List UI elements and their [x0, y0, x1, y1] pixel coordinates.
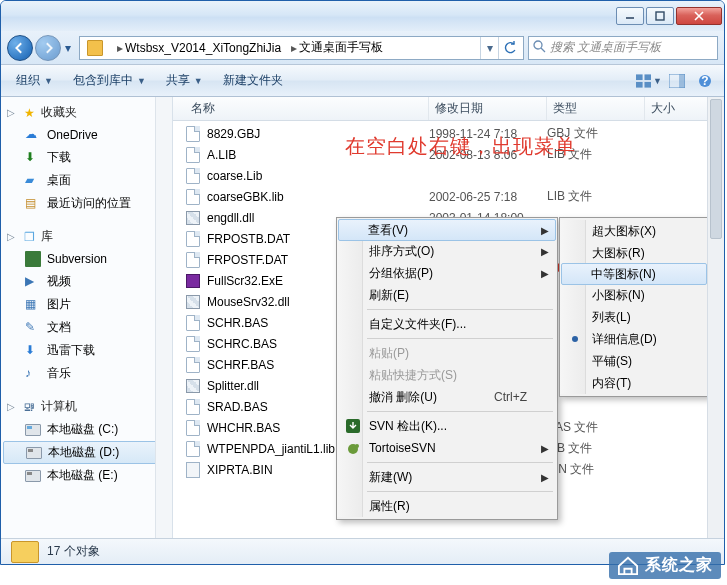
close-button[interactable] [676, 7, 722, 25]
search-placeholder: 搜索 文通桌面手写板 [550, 39, 661, 56]
submenu-content[interactable]: 内容(T) [562, 372, 706, 394]
computer-group[interactable]: ▷🖳计算机 [1, 395, 172, 418]
file-list-area[interactable]: 名称 修改日期 类型 大小 8829.GBJ1998-11-24 7:18GBJ… [173, 97, 724, 538]
nav-recent[interactable]: ▤最近访问的位置 [1, 192, 172, 215]
refresh-button[interactable] [498, 37, 520, 59]
content-scrollbar[interactable] [707, 97, 724, 538]
file-icon [185, 294, 201, 310]
file-icon [185, 273, 201, 289]
menu-tortoisesvn[interactable]: TortoiseSVN▶ [339, 437, 555, 459]
nav-drive-d[interactable]: 本地磁盘 (D:) [3, 441, 170, 464]
nav-documents[interactable]: ✎文档 [1, 316, 172, 339]
nav-desktop[interactable]: ▰桌面 [1, 169, 172, 192]
nav-history-dropdown[interactable]: ▾ [61, 35, 75, 61]
drive-icon [25, 424, 41, 436]
picture-icon: ▦ [25, 297, 41, 313]
context-submenu-view: 超大图标(X) 大图标(R) 中等图标(N) 小图标(N) 列表(L) 详细信息… [559, 217, 709, 397]
nav-xunlei[interactable]: ⬇迅雷下载 [1, 339, 172, 362]
col-date[interactable]: 修改日期 [429, 97, 547, 120]
col-name[interactable]: 名称 [185, 97, 429, 120]
toolbar: 组织▼ 包含到库中▼ 共享▼ 新建文件夹 ▼ ? [1, 65, 724, 97]
status-count: 17 个对象 [47, 543, 100, 560]
annotation-text: 在空白处右键，出现菜单 [345, 133, 576, 160]
file-icon [185, 336, 201, 352]
submenu-list[interactable]: 列表(L) [562, 306, 706, 328]
submenu-medium-icons[interactable]: 中等图标(N) [561, 263, 707, 285]
navigation-pane: ▷★收藏夹 ☁OneDrive ⬇下载 ▰桌面 ▤最近访问的位置 ▷❐库 Sub… [1, 97, 173, 538]
bullet-icon [572, 336, 578, 342]
file-name: coarse.Lib [207, 169, 429, 183]
menu-properties[interactable]: 属性(R) [339, 495, 555, 517]
subversion-icon [25, 251, 41, 267]
svg-text:?: ? [701, 74, 708, 88]
menu-group[interactable]: 分组依据(P)▶ [339, 262, 555, 284]
file-icon [185, 357, 201, 373]
menu-new[interactable]: 新建(W)▶ [339, 466, 555, 488]
new-folder-button[interactable]: 新建文件夹 [214, 67, 292, 94]
document-icon: ✎ [25, 320, 41, 336]
view-mode-button[interactable]: ▼ [636, 70, 662, 92]
col-type[interactable]: 类型 [547, 97, 645, 120]
folder-icon [11, 541, 39, 563]
submenu-tiles[interactable]: 平铺(S) [562, 350, 706, 372]
file-type: LIB 文件 [547, 440, 645, 457]
minimize-button[interactable] [616, 7, 644, 25]
file-type: LIB 文件 [547, 188, 645, 205]
breadcrumb[interactable]: ▸Wtsbsx_V2014_XiTongZhiJia ▸文通桌面手写板 ▾ [79, 36, 524, 60]
nav-pictures[interactable]: ▦图片 [1, 293, 172, 316]
file-type: BIN 文件 [547, 461, 645, 478]
share-button[interactable]: 共享▼ [157, 67, 212, 94]
back-button[interactable] [7, 35, 33, 61]
menu-svn-checkout[interactable]: SVN 检出(K)... [339, 415, 555, 437]
search-input[interactable]: 搜索 文通桌面手写板 [528, 36, 718, 60]
svg-rect-7 [679, 74, 685, 88]
computer-icon: 🖳 [21, 399, 37, 415]
file-row[interactable]: coarseGBK.lib2002-06-25 7:18LIB 文件 [173, 186, 724, 207]
search-icon [533, 40, 546, 56]
house-icon [617, 556, 639, 576]
breadcrumb-dropdown[interactable]: ▾ [480, 37, 498, 59]
file-row[interactable]: coarse.Lib [173, 165, 724, 186]
favorites-group[interactable]: ▷★收藏夹 [1, 101, 172, 124]
nav-drive-c[interactable]: 本地磁盘 (C:) [1, 418, 172, 441]
file-icon [185, 462, 201, 478]
include-in-library-button[interactable]: 包含到库中▼ [64, 67, 155, 94]
submenu-details[interactable]: 详细信息(D) [562, 328, 706, 350]
svg-rect-4 [636, 81, 643, 87]
drive-icon [26, 447, 42, 459]
menu-refresh[interactable]: 刷新(E) [339, 284, 555, 306]
submenu-large-icons[interactable]: 大图标(R) [562, 242, 706, 264]
libraries-group[interactable]: ▷❐库 [1, 225, 172, 248]
breadcrumb-seg[interactable]: Wtsbsx_V2014_XiTongZhiJia [125, 41, 281, 55]
menu-view[interactable]: 查看(V)▶ [338, 219, 556, 241]
nav-videos[interactable]: ▶视频 [1, 270, 172, 293]
preview-pane-button[interactable] [664, 70, 690, 92]
svg-rect-0 [656, 12, 664, 20]
nav-drive-e[interactable]: 本地磁盘 (E:) [1, 464, 172, 487]
maximize-button[interactable] [646, 7, 674, 25]
file-date: 2002-06-25 7:18 [429, 190, 547, 204]
cloud-icon: ☁ [25, 127, 41, 143]
recent-icon: ▤ [25, 196, 41, 212]
drive-icon [25, 470, 41, 482]
menu-undo-delete[interactable]: 撤消 删除(U)Ctrl+Z [339, 386, 555, 408]
nav-downloads[interactable]: ⬇下载 [1, 146, 172, 169]
desktop-icon: ▰ [25, 173, 41, 189]
file-name: coarseGBK.lib [207, 190, 429, 204]
nav-music[interactable]: ♪音乐 [1, 362, 172, 385]
nav-subversion[interactable]: Subversion [1, 248, 172, 270]
svg-point-1 [534, 41, 542, 49]
help-button[interactable]: ? [692, 70, 718, 92]
breadcrumb-seg[interactable]: 文通桌面手写板 [299, 39, 383, 56]
column-headers: 名称 修改日期 类型 大小 [173, 97, 724, 121]
menu-sort[interactable]: 排序方式(O)▶ [339, 240, 555, 262]
svg-rect-5 [644, 81, 651, 87]
organize-button[interactable]: 组织▼ [7, 67, 62, 94]
nav-scrollbar[interactable] [155, 97, 172, 538]
submenu-extra-large-icons[interactable]: 超大图标(X) [562, 220, 706, 242]
file-icon [185, 420, 201, 436]
menu-customize-folder[interactable]: 自定义文件夹(F)... [339, 313, 555, 335]
submenu-small-icons[interactable]: 小图标(N) [562, 284, 706, 306]
forward-button[interactable] [35, 35, 61, 61]
nav-onedrive[interactable]: ☁OneDrive [1, 124, 172, 146]
